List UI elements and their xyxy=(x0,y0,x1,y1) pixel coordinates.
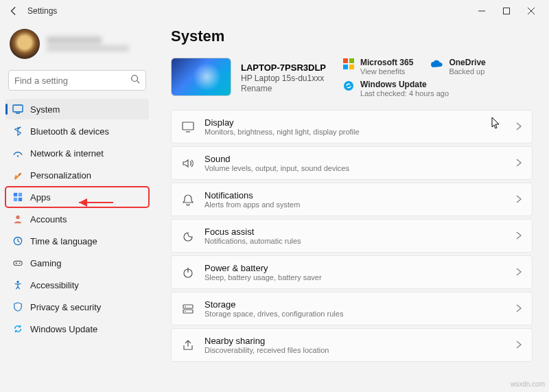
sidebar-item-label: System xyxy=(30,104,60,115)
row-notifications[interactable]: NotificationsAlerts from apps and system xyxy=(171,183,533,216)
sidebar-item-label: Gaming xyxy=(30,258,62,268)
svg-rect-25 xyxy=(183,305,193,308)
row-nearby[interactable]: Nearby sharingDiscoverability, received … xyxy=(171,328,533,362)
microsoft-icon xyxy=(342,58,355,70)
close-icon xyxy=(528,8,535,14)
row-sub: Sleep, battery usage, battery saver xyxy=(205,273,506,281)
sidebar-item-label: Accessibility xyxy=(30,280,79,290)
chevron-right-icon xyxy=(515,157,522,170)
row-sub: Storage space, drives, configuration rul… xyxy=(205,310,506,318)
svg-point-27 xyxy=(185,305,186,307)
update-icon xyxy=(12,323,23,334)
device-rename-link[interactable]: Rename xyxy=(241,84,326,93)
sidebar-item-time[interactable]: Time & language xyxy=(5,231,149,251)
row-sub: Volume levels, output, input, sound devi… xyxy=(205,164,506,172)
svg-point-11 xyxy=(16,216,19,219)
svg-rect-8 xyxy=(19,193,22,196)
main-content: System LAPTOP-7PSR3DLP HP Laptop 15s-du1… xyxy=(154,22,549,392)
back-button[interactable] xyxy=(5,3,22,19)
svg-rect-18 xyxy=(343,65,348,69)
sidebar-item-system[interactable]: System xyxy=(5,99,149,119)
row-focus[interactable]: Focus assistNotifications, automatic rul… xyxy=(171,219,533,253)
power-icon xyxy=(181,266,195,279)
accessibility-icon xyxy=(12,279,23,290)
settings-list: DisplayMonitors, brightness, night light… xyxy=(171,110,533,362)
titlebar: Settings xyxy=(0,0,549,22)
maximize-button[interactable] xyxy=(494,1,519,21)
tile-sub: Last checked: 4 hours ago xyxy=(360,89,449,97)
sidebar-item-privacy[interactable]: Privacy & security xyxy=(5,297,149,317)
tile-m365[interactable]: Microsoft 365View benefits xyxy=(342,58,413,76)
row-display[interactable]: DisplayMonitors, brightness, night light… xyxy=(171,110,533,143)
search-box[interactable] xyxy=(8,70,146,91)
tile-sub: View benefits xyxy=(360,67,413,76)
profile-block[interactable] xyxy=(5,25,149,69)
watermark: wsxdn.com xyxy=(511,380,545,388)
chevron-right-icon xyxy=(515,230,522,242)
tile-onedrive[interactable]: OneDriveBacked up xyxy=(431,58,485,76)
privacy-icon xyxy=(12,301,23,312)
sidebar-item-label: Apps xyxy=(30,192,51,203)
row-storage[interactable]: StorageStorage space, drives, configurat… xyxy=(171,292,533,325)
personalization-icon xyxy=(12,170,23,181)
sidebar-item-label: Bluetooth & devices xyxy=(30,126,109,137)
svg-rect-4 xyxy=(13,105,23,112)
row-sub: Alerts from apps and system xyxy=(205,200,506,209)
network-icon xyxy=(12,148,23,159)
svg-rect-9 xyxy=(14,198,17,201)
sidebar-item-network[interactable]: Network & internet xyxy=(5,143,149,163)
svg-rect-7 xyxy=(14,193,17,196)
sidebar: System Bluetooth & devices Network & int… xyxy=(0,22,154,392)
sidebar-item-label: Accounts xyxy=(30,214,67,224)
tile-update[interactable]: Windows UpdateLast checked: 4 hours ago xyxy=(342,80,486,97)
profile-text xyxy=(47,36,129,51)
row-sound[interactable]: SoundVolume levels, output, input, sound… xyxy=(171,146,533,180)
minimize-button[interactable] xyxy=(469,1,494,21)
system-icon xyxy=(12,104,23,115)
page-title: System xyxy=(171,27,533,45)
close-button[interactable] xyxy=(519,1,544,21)
share-icon xyxy=(181,338,195,352)
row-title: Nearby sharing xyxy=(205,336,506,346)
sidebar-item-apps[interactable]: Apps xyxy=(5,187,149,207)
svg-rect-13 xyxy=(14,261,22,265)
device-card[interactable]: LAPTOP-7PSR3DLP HP Laptop 15s-du1xxx Ren… xyxy=(171,58,326,97)
search-input[interactable] xyxy=(14,76,130,86)
sidebar-item-accounts[interactable]: Accounts xyxy=(5,209,149,229)
profile-name xyxy=(47,36,102,44)
device-name: LAPTOP-7PSR3DLP xyxy=(241,62,326,73)
sidebar-item-bluetooth[interactable]: Bluetooth & devices xyxy=(5,121,149,141)
svg-rect-19 xyxy=(349,65,354,69)
display-icon xyxy=(181,120,195,134)
device-model: HP Laptop 15s-du1xxx xyxy=(241,73,326,83)
sidebar-item-accessibility[interactable]: Accessibility xyxy=(5,275,149,295)
sidebar-item-label: Personalization xyxy=(30,170,91,181)
row-title: Sound xyxy=(205,154,506,164)
row-sub: Discoverability, received files location xyxy=(205,346,506,354)
avatar xyxy=(10,29,40,59)
time-icon xyxy=(12,235,23,246)
sidebar-item-update[interactable]: Windows Update xyxy=(5,319,149,339)
svg-rect-21 xyxy=(183,122,194,130)
sidebar-item-personalization[interactable]: Personalization xyxy=(5,165,149,185)
tile-label: Windows Update xyxy=(360,80,449,89)
sound-icon xyxy=(181,157,195,170)
focus-icon xyxy=(181,229,195,243)
chevron-right-icon xyxy=(515,266,522,279)
row-title: Notifications xyxy=(205,190,506,200)
bluetooth-icon xyxy=(12,126,23,137)
row-power[interactable]: Power & batterySleep, battery usage, bat… xyxy=(171,255,533,289)
profile-email xyxy=(47,45,129,51)
svg-rect-17 xyxy=(349,58,354,63)
svg-rect-26 xyxy=(183,310,193,313)
svg-point-15 xyxy=(16,281,19,283)
svg-point-28 xyxy=(185,310,186,312)
svg-line-3 xyxy=(137,81,140,84)
row-title: Focus assist xyxy=(205,227,506,237)
search-icon xyxy=(130,74,140,87)
sidebar-item-gaming[interactable]: Gaming xyxy=(5,253,149,273)
svg-rect-16 xyxy=(343,58,348,63)
svg-rect-10 xyxy=(19,198,22,201)
chevron-right-icon xyxy=(515,121,522,133)
onedrive-icon xyxy=(431,58,443,70)
